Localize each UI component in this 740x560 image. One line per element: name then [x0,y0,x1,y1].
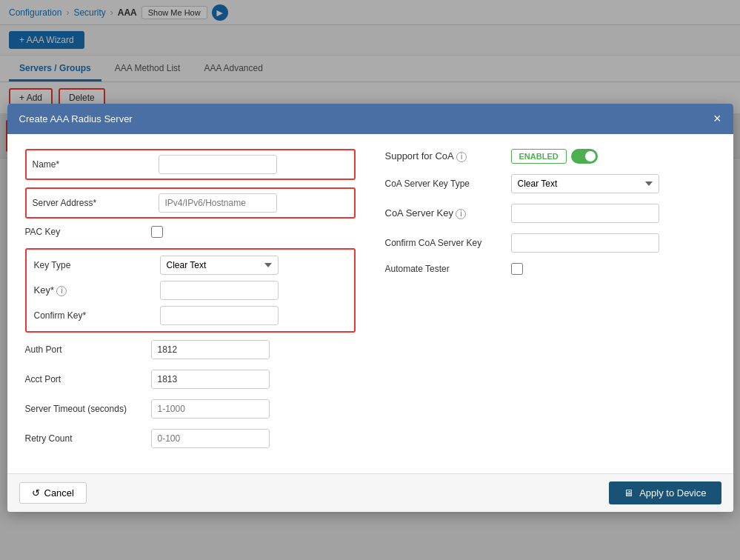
retry-count-input[interactable] [151,429,270,448]
apply-button[interactable]: 🖥 Apply to Device [609,481,721,504]
name-label: Name* [33,159,151,170]
server-timeout-input[interactable] [151,399,270,419]
cancel-icon: ↺ [32,487,40,499]
right-column: Support for CoA i ENABLED CoA Server Key… [385,149,716,459]
coa-key-type-select[interactable]: Clear Text Encrypted [511,174,659,193]
auth-port-label: Auth Port [25,344,144,355]
confirm-coa-key-row: Confirm CoA Server Key [385,233,716,253]
key-input[interactable] [160,281,279,300]
coa-key-info-icon[interactable]: i [456,209,466,219]
pac-key-row: PAC Key [25,226,356,238]
server-address-highlight-group: Server Address* [25,187,356,219]
server-timeout-row: Server Timeout (seconds) [25,399,356,419]
automate-tester-checkbox[interactable] [511,263,523,275]
key-type-row: Key Type Clear Text Encrypted [34,256,347,275]
modal-body: Name* Server Address* PAC Key Key Type [7,134,733,473]
pac-key-checkbox[interactable] [151,226,163,238]
acct-port-row: Acct Port [25,370,356,389]
modal: Create AAA Radius Server × Name* Server … [7,104,733,512]
server-address-input[interactable] [159,193,277,213]
enabled-label: ENABLED [511,149,567,164]
coa-key-type-row: CoA Server Key Type Clear Text Encrypted [385,174,716,193]
key-type-label: Key Type [34,260,153,270]
support-coa-toggle[interactable]: ENABLED [511,149,598,164]
key-group: Key Type Clear Text Encrypted Key* i [25,248,356,333]
name-highlight-group: Name* [25,149,356,180]
retry-count-label: Retry Count [25,433,144,444]
modal-footer: ↺ Cancel 🖥 Apply to Device [7,473,733,512]
auth-port-input[interactable] [151,340,270,359]
confirm-coa-key-label: Confirm CoA Server Key [385,238,504,248]
confirm-coa-key-input[interactable] [511,233,659,253]
modal-header: Create AAA Radius Server × [7,104,733,134]
modal-close-button[interactable]: × [713,111,721,127]
coa-key-type-label: CoA Server Key Type [385,179,504,189]
modal-overlay: Create AAA Radius Server × Name* Server … [0,0,740,560]
apply-label: Apply to Device [639,487,706,499]
key-info-icon[interactable]: i [56,286,67,296]
acct-port-input[interactable] [151,370,270,389]
key-row: Key* i [34,281,347,300]
confirm-key-label: Confirm Key* [34,310,153,321]
support-coa-row: Support for CoA i ENABLED [385,149,716,164]
retry-count-row: Retry Count [25,429,356,448]
coa-info-icon[interactable]: i [456,152,467,162]
key-type-select[interactable]: Clear Text Encrypted [160,256,279,275]
apply-icon: 🖥 [624,487,633,499]
confirm-key-input[interactable] [160,306,279,325]
coa-server-key-label: CoA Server Key i [385,207,504,219]
auth-port-row: Auth Port [25,340,356,359]
automate-tester-label: Automate Tester [385,264,504,274]
automate-tester-row: Automate Tester [385,263,716,275]
cancel-button[interactable]: ↺ Cancel [19,482,87,504]
key-label: Key* i [34,284,153,296]
coa-server-key-row: CoA Server Key i [385,204,716,223]
server-timeout-label: Server Timeout (seconds) [25,404,144,414]
name-input[interactable] [159,155,277,174]
left-column: Name* Server Address* PAC Key Key Type [25,149,356,459]
cancel-label: Cancel [44,487,74,499]
confirm-key-row: Confirm Key* [34,306,347,325]
toggle-switch[interactable] [571,149,598,164]
modal-title: Create AAA Radius Server [19,113,133,124]
server-address-label: Server Address* [33,198,151,208]
support-coa-label: Support for CoA i [385,150,504,162]
acct-port-label: Acct Port [25,374,144,384]
coa-server-key-input[interactable] [511,204,659,223]
pac-key-label: PAC Key [25,227,144,237]
